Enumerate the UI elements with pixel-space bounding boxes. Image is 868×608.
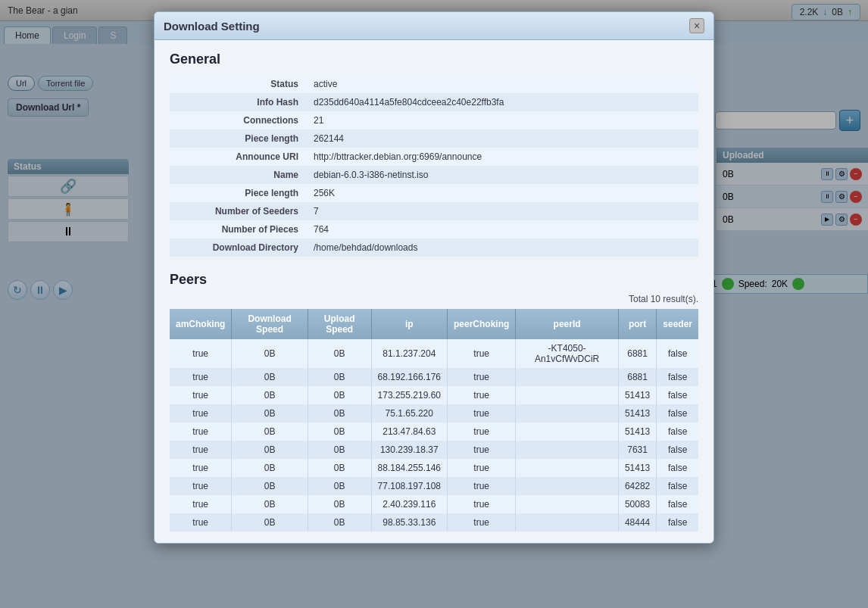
peers-cell: 2.40.239.116 — [371, 495, 447, 513]
peers-cell: 0B — [308, 422, 371, 441]
peers-cell — [516, 459, 619, 477]
info-value: 21 — [306, 111, 698, 129]
peers-cell: true — [448, 441, 516, 459]
peers-cell: true — [170, 368, 232, 386]
peers-cell: 51413 — [618, 422, 656, 441]
peers-cell: true — [448, 495, 516, 513]
peers-row: true0B0B77.108.197.108true64282false — [170, 477, 698, 495]
peers-row: true0B0B75.1.65.220true51413false — [170, 404, 698, 422]
peers-cell: 0B — [232, 459, 308, 477]
peers-cell: 0B — [232, 386, 308, 404]
peers-cell: false — [657, 477, 698, 495]
peers-col-header: seeder — [657, 309, 698, 339]
peers-col-header: ip — [371, 309, 447, 339]
peers-cell: 50083 — [618, 495, 656, 513]
peers-cell — [516, 386, 619, 404]
peers-row: true0B0B81.1.237.204true-KT4050-An1vCfWv… — [170, 339, 698, 368]
peers-cell: true — [170, 404, 232, 422]
peers-cell: true — [448, 368, 516, 386]
peers-cell: true — [448, 513, 516, 532]
peers-cell: 130.239.18.37 — [371, 441, 447, 459]
peers-cell: true — [448, 339, 516, 368]
peers-cell — [516, 422, 619, 441]
peers-cell: 0B — [232, 368, 308, 386]
info-row: Piece length262144 — [170, 129, 698, 148]
peers-cell: true — [170, 386, 232, 404]
info-value: d235dd640a4114a5fe804cdceea2c40e22ffb3fa — [306, 93, 698, 111]
peers-cell: 213.47.84.63 — [371, 422, 447, 441]
peers-cell: false — [657, 459, 698, 477]
peers-cell: true — [170, 422, 232, 441]
peers-cell: 6881 — [618, 339, 656, 368]
peers-col-header: amChoking — [170, 309, 232, 339]
peers-cell: false — [657, 404, 698, 422]
modal-overlay: Download Setting × General StatusactiveI… — [0, 0, 868, 608]
peers-cell — [516, 513, 619, 532]
peers-cell: 0B — [308, 477, 371, 495]
info-label: Piece length — [170, 184, 306, 202]
peers-row: true0B0B2.40.239.116true50083false — [170, 495, 698, 513]
peers-cell: true — [170, 339, 232, 368]
peers-cell: 51413 — [618, 459, 656, 477]
peers-row: true0B0B68.192.166.176true6881false — [170, 368, 698, 386]
info-row: Announce URIhttp://bttracker.debian.org:… — [170, 148, 698, 166]
total-results-text: Total 10 result(s). — [170, 294, 698, 304]
peers-cell: false — [657, 422, 698, 441]
peers-cell: true — [448, 404, 516, 422]
peers-col-header: peerId — [516, 309, 619, 339]
info-value: 7 — [306, 202, 698, 220]
info-row: Info Hashd235dd640a4114a5fe804cdceea2c40… — [170, 93, 698, 111]
peers-cell: true — [170, 477, 232, 495]
peers-cell: 0B — [232, 513, 308, 532]
info-label: Number of Pieces — [170, 220, 306, 239]
peers-cell: true — [170, 459, 232, 477]
peers-cell: 0B — [308, 495, 371, 513]
peers-cell: 0B — [232, 404, 308, 422]
peers-col-header: peerChoking — [448, 309, 516, 339]
peers-col-header: port — [618, 309, 656, 339]
modal-title: Download Setting — [164, 20, 260, 33]
peers-cell: false — [657, 441, 698, 459]
peers-row: true0B0B173.255.219.60true51413false — [170, 386, 698, 404]
peers-cell: true — [448, 422, 516, 441]
peers-row: true0B0B98.85.33.136true48444false — [170, 513, 698, 532]
peers-cell — [516, 495, 619, 513]
peers-cell: false — [657, 495, 698, 513]
peers-cell: 68.192.166.176 — [371, 368, 447, 386]
peers-col-header: Upload Speed — [308, 309, 371, 339]
peers-cell: 0B — [232, 441, 308, 459]
peers-cell: 0B — [308, 459, 371, 477]
peers-row: true0B0B88.184.255.146true51413false — [170, 459, 698, 477]
info-row: Statusactive — [170, 75, 698, 93]
info-label: Download Directory — [170, 239, 306, 257]
modal-close-button[interactable]: × — [689, 18, 704, 33]
peers-table-header: amChokingDownload SpeedUpload Speedippee… — [170, 309, 698, 339]
peers-cell: 75.1.65.220 — [371, 404, 447, 422]
info-label: Info Hash — [170, 93, 306, 111]
peers-section-title: Peers — [170, 272, 698, 288]
peers-cell: 0B — [308, 368, 371, 386]
peers-cell: true — [448, 477, 516, 495]
peers-cell: 77.108.197.108 — [371, 477, 447, 495]
peers-cell: 0B — [308, 404, 371, 422]
peers-cell: 81.1.237.204 — [371, 339, 447, 368]
info-row: Connections21 — [170, 111, 698, 129]
info-label: Name — [170, 166, 306, 184]
peers-cell: true — [170, 495, 232, 513]
peers-cell: true — [170, 513, 232, 532]
info-label: Announce URI — [170, 148, 306, 166]
peers-cell: false — [657, 339, 698, 368]
peers-cell: true — [170, 441, 232, 459]
modal-body: General StatusactiveInfo Hashd235dd640a4… — [155, 40, 713, 543]
peers-cell: false — [657, 368, 698, 386]
peers-cell: 64282 — [618, 477, 656, 495]
peers-cell: 51413 — [618, 404, 656, 422]
info-value: active — [306, 75, 698, 93]
info-value: http://bttracker.debian.org:6969/announc… — [306, 148, 698, 166]
info-value: /home/behdad/downloads — [306, 239, 698, 257]
peers-row: true0B0B213.47.84.63true51413false — [170, 422, 698, 441]
info-value: 262144 — [306, 129, 698, 148]
peers-col-header: Download Speed — [232, 309, 308, 339]
info-row: Namedebian-6.0.3-i386-netinst.iso — [170, 166, 698, 184]
info-label: Number of Seeders — [170, 202, 306, 220]
